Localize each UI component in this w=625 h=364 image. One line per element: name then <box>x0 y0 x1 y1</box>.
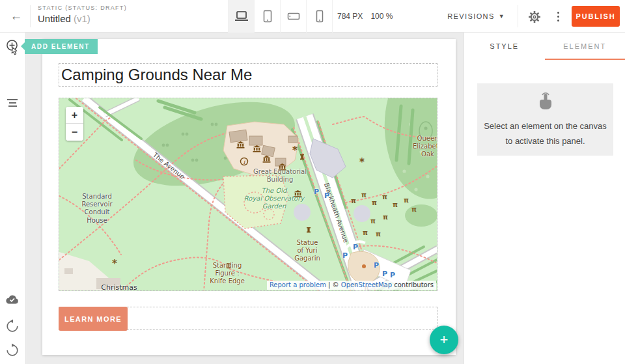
button-row-element[interactable]: LEARN MORE <box>59 307 438 330</box>
tab-style[interactable]: STYLE <box>464 33 545 60</box>
redo-button[interactable] <box>5 343 21 360</box>
add-element-tooltip: ADD ELEMENT <box>25 39 98 54</box>
settings-button[interactable] <box>527 10 542 24</box>
page-title: Untitled (v1) <box>38 13 127 24</box>
phone-landscape-icon <box>287 12 300 21</box>
divider <box>30 5 31 27</box>
device-phone-button[interactable] <box>307 0 333 33</box>
map-element[interactable]: i The Avenue Standard Reservoir Conduit … <box>59 98 438 291</box>
map-zoom-out-button[interactable]: − <box>66 124 83 141</box>
status-label: STATIC (STATUS: DRAFT) <box>38 5 127 11</box>
topbar: ← STATIC (STATUS: DRAFT) Untitled (v1) <box>0 0 625 33</box>
layers-button[interactable] <box>5 96 21 113</box>
title-block: STATIC (STATUS: DRAFT) Untitled (v1) <box>38 5 127 24</box>
save-status-indicator <box>5 294 21 311</box>
back-button[interactable]: ← <box>7 8 26 25</box>
map-render: i <box>59 98 438 291</box>
inspector-tabs: STYLE ELEMENT <box>464 33 625 60</box>
add-block-fab[interactable]: + <box>430 326 458 354</box>
learn-more-button[interactable]: LEARN MORE <box>59 307 128 331</box>
tablet-icon <box>261 10 274 23</box>
undo-button[interactable] <box>5 319 21 336</box>
cloud-saved-icon <box>5 294 20 305</box>
gear-icon <box>527 10 542 24</box>
revisions-label: REVISIONS <box>447 12 495 20</box>
tab-element[interactable]: ELEMENT <box>545 33 625 60</box>
attribution-suffix: contributors <box>392 281 434 288</box>
phone-icon <box>315 10 324 23</box>
report-problem-link[interactable]: Report a problem <box>270 281 326 288</box>
map-zoom-in-button[interactable]: + <box>66 107 83 124</box>
add-element-button[interactable] <box>5 39 21 56</box>
divider <box>518 5 518 27</box>
empty-state-message: Select an element on the canvas to activ… <box>484 119 607 149</box>
page-title-text: Untitled <box>38 13 71 24</box>
page-canvas: Camping Grounds Near Me <box>42 39 456 355</box>
empty-state-box: Select an element on the canvas to activ… <box>477 83 613 156</box>
inspector-panel: STYLE ELEMENT Select an element on the c… <box>464 33 625 364</box>
device-tablet-button[interactable] <box>255 0 281 33</box>
page-builder-app: ← STATIC (STATUS: DRAFT) Untitled (v1) <box>0 0 625 364</box>
canvas-size-readout: 784 PX 100 % <box>337 0 393 33</box>
redo-icon <box>5 343 20 357</box>
outline-list-icon <box>5 96 20 109</box>
page-version: (v1) <box>74 13 90 24</box>
left-toolbar <box>0 33 26 364</box>
openstreetmap-link[interactable]: OpenStreetMap <box>341 281 392 288</box>
more-options-button[interactable] <box>553 9 562 23</box>
add-element-icon <box>5 39 21 57</box>
attribution-separator: | © <box>326 281 341 288</box>
canvas-width-value: 784 PX <box>337 12 363 21</box>
map-attribution: Report a problem | © OpenStreetMap contr… <box>267 281 436 290</box>
zoom-value: 100 % <box>370 12 393 21</box>
tap-hand-icon <box>536 91 555 111</box>
publish-button[interactable]: PUBLISH <box>572 6 620 27</box>
revisions-button[interactable]: REVISIONS ▼ <box>447 0 505 33</box>
chevron-down-icon: ▼ <box>499 13 505 20</box>
device-landscape-button[interactable] <box>281 0 307 33</box>
heading-element[interactable]: Camping Grounds Near Me <box>59 63 438 87</box>
device-desktop-button[interactable] <box>229 0 255 33</box>
device-preview-group <box>228 0 333 33</box>
undo-icon <box>5 319 20 333</box>
kebab-icon <box>557 12 559 14</box>
map-zoom-control: + − <box>66 107 83 141</box>
heading-text: Camping Grounds Near Me <box>59 66 252 84</box>
laptop-icon <box>234 10 249 22</box>
